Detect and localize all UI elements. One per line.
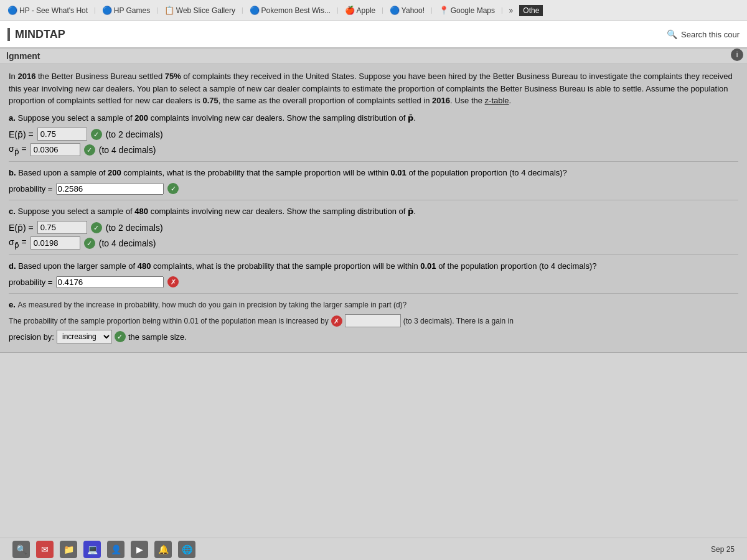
other-label: Othe bbox=[523, 6, 539, 15]
part-d-label: d. bbox=[9, 261, 16, 271]
google-maps-icon: 📍 bbox=[439, 6, 449, 15]
part-d-prob-row: probability = 0.4176 ✗ bbox=[9, 276, 738, 288]
pokemon-icon: 🔵 bbox=[250, 6, 260, 15]
prob-d-label: probability = bbox=[9, 278, 52, 287]
sigma2-input[interactable]: 0.0198 bbox=[31, 236, 80, 250]
mindtap-search[interactable]: 🔍 Search this cour bbox=[667, 29, 740, 39]
part-e-decimals: (to 3 decimals). There is a gain in bbox=[403, 315, 514, 327]
taskbar-play-icon[interactable]: ▶ bbox=[131, 541, 148, 558]
bookmark-hp-hot[interactable]: 🔵 HP - See What's Hot bbox=[5, 4, 90, 16]
divider-cd bbox=[9, 254, 738, 255]
sigma2-note: (to 4 decimals) bbox=[99, 238, 156, 248]
bookmark-label: Google Maps bbox=[451, 6, 495, 15]
precision-suffix: the sample size. bbox=[128, 332, 187, 342]
taskbar-user-icon[interactable]: 👤 bbox=[107, 541, 125, 558]
ep2-check-icon: ✓ bbox=[91, 222, 102, 233]
more-label: » bbox=[509, 6, 514, 15]
hp-icon: 🔵 bbox=[7, 6, 17, 15]
sep4: | bbox=[337, 7, 339, 14]
search-icon: 🔍 bbox=[667, 29, 677, 39]
precision-select[interactable]: increasing decreasing bbox=[57, 330, 112, 343]
taskbar-search-icon[interactable]: 🔍 bbox=[12, 541, 30, 558]
part-b-prob-row: probability = 0.2586 ✓ bbox=[9, 183, 738, 195]
taskbar-monitor-icon[interactable]: 💻 bbox=[83, 541, 101, 558]
bookmark-label: Pokemon Best Wis... bbox=[261, 6, 331, 15]
precision-check-icon: ✓ bbox=[115, 331, 126, 342]
part-e-text: As measured by the increase in probabili… bbox=[17, 301, 406, 309]
taskbar-folder-icon[interactable]: 📁 bbox=[60, 541, 77, 558]
bookmark-google-maps[interactable]: 📍 Google Maps bbox=[436, 4, 497, 16]
prob-b-label: probability = bbox=[9, 184, 52, 194]
date-label: Sep 25 bbox=[711, 545, 735, 554]
part-e-answer-row: The probability of the sample proportion… bbox=[9, 314, 738, 327]
part-c-sigma-row: σp̄ = 0.0198 ✓ (to 4 decimals) bbox=[9, 236, 738, 250]
part-e-input[interactable] bbox=[345, 314, 401, 327]
ep2-input[interactable]: 0.75 bbox=[37, 221, 87, 234]
bookmark-yahoo[interactable]: 🔵 Yahoo! bbox=[387, 4, 427, 16]
yahoo-icon: 🔵 bbox=[390, 6, 400, 15]
sep3: | bbox=[242, 7, 243, 14]
divider-ab bbox=[9, 161, 738, 162]
bookmark-label: HP - See What's Hot bbox=[19, 6, 88, 15]
prob-b-input[interactable]: 0.2586 bbox=[56, 183, 164, 195]
bookmark-label: Web Slice Gallery bbox=[176, 6, 235, 15]
sep6: | bbox=[431, 7, 433, 14]
ep-note: (to 2 decimals) bbox=[106, 129, 163, 139]
part-a-ep-row: E(p̄) = 0.75 ✓ (to 2 decimals) bbox=[9, 128, 738, 141]
bottom-taskbar: 🔍 ✉ 📁 💻 👤 ▶ 🔔 🌐 Sep 25 bbox=[0, 538, 747, 560]
taskbar-bell-icon[interactable]: 🔔 bbox=[154, 541, 172, 558]
ep-input[interactable]: 0.75 bbox=[37, 128, 87, 141]
problem-intro: In 2016 the Better Business Bureau settl… bbox=[9, 70, 738, 107]
info-icon[interactable]: i bbox=[731, 49, 743, 61]
more-button[interactable]: » bbox=[507, 5, 516, 16]
apple-icon: 🍎 bbox=[345, 6, 355, 15]
prob-d-input[interactable]: 0.4176 bbox=[56, 276, 164, 288]
bookmark-label: Apple bbox=[357, 6, 376, 15]
bookmark-web-slice[interactable]: 📋 Web Slice Gallery bbox=[162, 4, 238, 16]
browser-toolbar: 🔵 HP - See What's Hot | 🔵 HP Games | 📋 W… bbox=[0, 0, 747, 21]
mindtap-title: MINDTAP bbox=[7, 28, 65, 41]
other-bookmarks[interactable]: Othe bbox=[519, 5, 543, 16]
main-content: lgnment In 2016 the Better Business Bure… bbox=[0, 49, 747, 560]
sep1: | bbox=[94, 7, 96, 14]
taskbar-globe-icon[interactable]: 🌐 bbox=[178, 541, 195, 558]
sigma2-check-icon: ✓ bbox=[84, 238, 95, 249]
problem-container: In 2016 the Better Business Bureau settl… bbox=[0, 64, 747, 353]
part-c-label: c. bbox=[9, 207, 16, 216]
part-a-label: a. bbox=[9, 113, 16, 123]
part-c-ep-row: E(p̄) = 0.75 ✓ (to 2 decimals) bbox=[9, 221, 738, 234]
web-slice-icon: 📋 bbox=[164, 6, 174, 15]
part-e-desc: The probability of the sample proportion… bbox=[9, 315, 329, 327]
part-c-question: c. Suppose you select a sample of 480 co… bbox=[9, 205, 738, 218]
sigma-check-icon: ✓ bbox=[84, 144, 95, 156]
sigma-input[interactable]: 0.0306 bbox=[31, 143, 80, 156]
ep2-label: E(p̄) = bbox=[9, 223, 34, 233]
part-e-label: e. bbox=[9, 300, 16, 309]
bookmark-apple[interactable]: 🍎 Apple bbox=[342, 4, 378, 16]
part-a-sigma-row: σp̄ = 0.0306 ✓ (to 4 decimals) bbox=[9, 143, 738, 156]
ep2-note: (to 2 decimals) bbox=[106, 223, 163, 233]
part-a-question: a. Suppose you select a sample of 200 co… bbox=[9, 112, 738, 124]
bookmark-hp-games[interactable]: 🔵 HP Games bbox=[100, 4, 153, 16]
bookmark-label: Yahoo! bbox=[402, 6, 425, 15]
sep7: | bbox=[501, 7, 503, 14]
bookmark-pokemon[interactable]: 🔵 Pokemon Best Wis... bbox=[247, 4, 333, 16]
search-label: Search this cour bbox=[681, 30, 740, 39]
sigma2-label: σp̄ = bbox=[9, 237, 27, 250]
part-b-label: b. bbox=[9, 168, 16, 177]
hp-games-icon: 🔵 bbox=[102, 6, 112, 15]
precision-row: precision by: increasing decreasing ✓ th… bbox=[9, 330, 738, 343]
sep5: | bbox=[382, 7, 383, 14]
taskbar-mail-icon[interactable]: ✉ bbox=[36, 541, 54, 558]
ep-check-icon: ✓ bbox=[91, 129, 102, 140]
divider-de bbox=[9, 293, 738, 294]
part-e-cross-icon: ✗ bbox=[331, 315, 342, 327]
sigma-note: (to 4 decimals) bbox=[99, 145, 156, 155]
taskbar-icons: 🔍 ✉ 📁 💻 👤 ▶ 🔔 🌐 bbox=[12, 541, 195, 558]
prob-d-cross-icon: ✗ bbox=[167, 276, 179, 287]
bookmark-label: HP Games bbox=[114, 6, 150, 15]
sep2: | bbox=[156, 7, 158, 14]
divider-bc bbox=[9, 200, 738, 200]
part-e-question: e. As measured by the increase in probab… bbox=[9, 299, 738, 311]
part-b-question: b. Based upon a sample of 200 complaints… bbox=[9, 167, 738, 179]
